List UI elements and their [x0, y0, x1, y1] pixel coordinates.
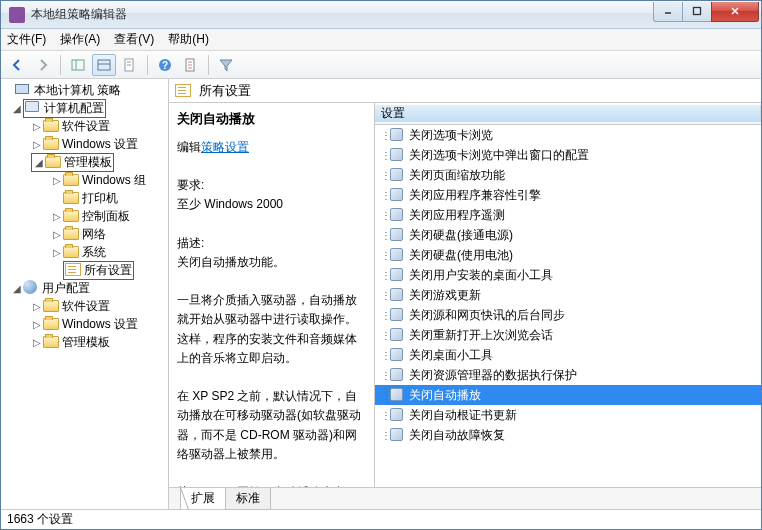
tree-printer[interactable]: 打印机: [1, 189, 168, 207]
list-row[interactable]: ⋮关闭应用程序兼容性引擎: [375, 185, 761, 205]
list-row[interactable]: ⋮关闭源和网页快讯的后台同步: [375, 305, 761, 325]
list-row[interactable]: ⋮关闭桌面小工具: [375, 345, 761, 365]
list-item-label: 关闭重新打开上次浏览会话: [409, 327, 553, 344]
forward-button[interactable]: [31, 54, 55, 76]
tree-label: 管理模板: [64, 154, 112, 171]
tree-pane[interactable]: 本地计算机 策略 ◢ 计算机配置 ▷ 软件设置 ▷ Windows 设置: [1, 79, 169, 509]
detail-split: 关闭自动播放 编辑策略设置 要求: 至少 Windows 2000 描述: 关闭…: [169, 103, 761, 487]
row-marker-icon: ⋮: [381, 430, 385, 441]
row-marker-icon: ⋮: [381, 230, 385, 241]
list-item-label: 关闭应用程序遥测: [409, 207, 505, 224]
tree-user-admin-templates[interactable]: ▷ 管理模板: [1, 333, 168, 351]
expand-icon[interactable]: ▷: [51, 175, 63, 186]
properties-button[interactable]: [118, 54, 142, 76]
folder-icon: [63, 244, 79, 260]
tree-windows-settings[interactable]: ▷ Windows 设置: [1, 135, 168, 153]
policy-item-icon: [390, 348, 404, 362]
refresh-button[interactable]: [179, 54, 203, 76]
list-row[interactable]: ⋮关闭资源管理器的数据执行保护: [375, 365, 761, 385]
tree-computer-config[interactable]: ◢ 计算机配置: [1, 99, 168, 117]
row-marker-icon: ⋮: [381, 290, 385, 301]
menu-file[interactable]: 文件(F): [7, 31, 46, 48]
policy-item-icon: [390, 148, 404, 162]
list-row[interactable]: ⋮关闭选项卡浏览: [375, 125, 761, 145]
content-title: 所有设置: [199, 82, 251, 100]
tree-system[interactable]: ▷ 系统: [1, 243, 168, 261]
row-marker-icon: ⋮: [381, 170, 385, 181]
policy-item-icon: [390, 168, 404, 182]
back-button[interactable]: [5, 54, 29, 76]
expand-icon[interactable]: ▷: [31, 319, 43, 330]
tree-user-config[interactable]: ◢ 用户配置: [1, 279, 168, 297]
expand-icon[interactable]: ▷: [31, 139, 43, 150]
expand-icon[interactable]: ▷: [51, 211, 63, 222]
list-item-label: 关闭自动根证书更新: [409, 407, 517, 424]
tree-label: 软件设置: [62, 118, 110, 135]
show-hide-tree-button[interactable]: [66, 54, 90, 76]
app-window: 本地组策略编辑器 文件(F) 操作(A) 查看(V) 帮助(H) ?: [0, 0, 762, 530]
tree-all-settings[interactable]: 所有设置: [1, 261, 168, 279]
edit-policy-link[interactable]: 策略设置: [201, 140, 249, 154]
svg-text:?: ?: [162, 60, 168, 71]
svg-rect-1: [694, 8, 701, 15]
tree-user-software-settings[interactable]: ▷ 软件设置: [1, 297, 168, 315]
row-marker-icon: ⋮: [381, 130, 385, 141]
toolbar: ?: [1, 51, 761, 79]
policy-item-icon: [390, 228, 404, 242]
expand-icon[interactable]: ▷: [31, 121, 43, 132]
list-item-label: 关闭硬盘(接通电源): [409, 227, 513, 244]
row-marker-icon: ⋮: [381, 270, 385, 281]
tree-root[interactable]: 本地计算机 策略: [1, 81, 168, 99]
tree-windows-components[interactable]: ▷ Windows 组: [1, 171, 168, 189]
list-row[interactable]: ⋮关闭游戏更新: [375, 285, 761, 305]
row-marker-icon: ⋮: [381, 210, 385, 221]
policy-item-icon: [390, 288, 404, 302]
expand-icon[interactable]: ▷: [51, 247, 63, 258]
collapse-icon[interactable]: ◢: [33, 157, 45, 168]
tree-network[interactable]: ▷ 网络: [1, 225, 168, 243]
list-row[interactable]: ⋮关闭应用程序遥测: [375, 205, 761, 225]
list-row[interactable]: ⋮关闭硬盘(使用电池): [375, 245, 761, 265]
tree-label: 网络: [82, 226, 106, 243]
column-settings[interactable]: 设置: [375, 105, 761, 122]
row-marker-icon: ⋮: [381, 370, 385, 381]
tree-label: 所有设置: [84, 262, 132, 279]
expand-icon[interactable]: ▷: [31, 301, 43, 312]
row-marker-icon: ⋮: [381, 310, 385, 321]
list-row[interactable]: ⋮关闭自动播放: [375, 385, 761, 405]
tab-standard[interactable]: 标准: [225, 488, 271, 510]
list-row[interactable]: ⋮关闭重新打开上次浏览会话: [375, 325, 761, 345]
list-row[interactable]: ⋮关闭页面缩放功能: [375, 165, 761, 185]
tree-user-windows-settings[interactable]: ▷ Windows 设置: [1, 315, 168, 333]
collapse-icon[interactable]: ◢: [11, 283, 23, 294]
list-body[interactable]: ⋮关闭选项卡浏览⋮关闭选项卡浏览中弹出窗口的配置⋮关闭页面缩放功能⋮关闭应用程序…: [375, 125, 761, 487]
app-icon: [9, 7, 25, 23]
list-row[interactable]: ⋮关闭用户安装的桌面小工具: [375, 265, 761, 285]
tree-control-panel[interactable]: ▷ 控制面板: [1, 207, 168, 225]
filter-button[interactable]: [214, 54, 238, 76]
maximize-button[interactable]: [682, 2, 712, 22]
list-row[interactable]: ⋮关闭选项卡浏览中弹出窗口的配置: [375, 145, 761, 165]
collapse-icon[interactable]: ◢: [11, 103, 23, 114]
close-button[interactable]: [711, 2, 759, 22]
menu-help[interactable]: 帮助(H): [168, 31, 209, 48]
list-item-label: 关闭页面缩放功能: [409, 167, 505, 184]
policy-item-icon: [390, 268, 404, 282]
tree-software-settings[interactable]: ▷ 软件设置: [1, 117, 168, 135]
menu-view[interactable]: 查看(V): [114, 31, 154, 48]
minimize-button[interactable]: [653, 2, 683, 22]
list-row[interactable]: ⋮关闭硬盘(接通电源): [375, 225, 761, 245]
help-button[interactable]: ?: [153, 54, 177, 76]
row-marker-icon: ⋮: [381, 190, 385, 201]
policy-item-icon: [390, 188, 404, 202]
menu-action[interactable]: 操作(A): [60, 31, 100, 48]
policy-item-icon: [390, 208, 404, 222]
expand-icon[interactable]: ▷: [31, 337, 43, 348]
export-list-button[interactable]: [92, 54, 116, 76]
expand-icon[interactable]: ▷: [51, 229, 63, 240]
list-header: 设置: [375, 103, 761, 125]
toolbar-separator: [147, 55, 148, 75]
list-row[interactable]: ⋮关闭自动根证书更新: [375, 405, 761, 425]
tree-admin-templates[interactable]: ◢ 管理模板: [1, 153, 168, 171]
list-row[interactable]: ⋮关闭自动故障恢复: [375, 425, 761, 445]
